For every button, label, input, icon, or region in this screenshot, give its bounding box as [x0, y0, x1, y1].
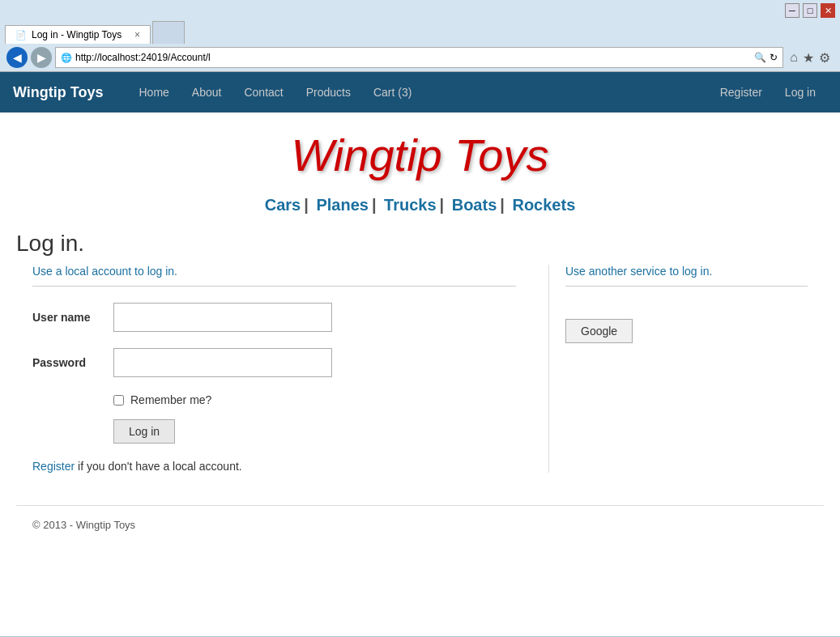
close-btn[interactable]: ✕ — [821, 3, 835, 18]
username-label: User name — [32, 311, 113, 324]
local-account-label: Use a local account to log in. — [32, 265, 516, 278]
nav-home[interactable]: Home — [128, 72, 181, 113]
category-links: Cars| Planes| Trucks| Boats| Rockets — [16, 189, 824, 231]
login-container: Use a local account to log in. User name… — [16, 265, 824, 473]
login-left: Use a local account to log in. User name… — [32, 265, 548, 473]
category-rockets[interactable]: Rockets — [512, 196, 575, 214]
page-content: Wingtip Toys Cars| Planes| Trucks| Boats… — [0, 113, 840, 560]
sep-4: | — [500, 196, 505, 214]
tab-close-btn[interactable]: × — [134, 29, 140, 40]
back-btn[interactable]: ◀ — [6, 47, 28, 68]
sep-3: | — [440, 196, 445, 214]
google-button[interactable]: Google — [565, 319, 633, 343]
register-text: if you don't have a local account. — [75, 460, 242, 473]
password-input[interactable] — [113, 348, 332, 377]
password-label: Password — [32, 356, 113, 369]
login-button[interactable]: Log in — [113, 419, 175, 444]
reload-icon[interactable]: ↻ — [770, 52, 778, 63]
username-row: User name — [32, 303, 516, 332]
nav-about[interactable]: About — [181, 72, 233, 113]
new-tab-area[interactable] — [152, 21, 185, 44]
other-service-label: Use another service to log in. — [565, 265, 808, 278]
password-row: Password — [32, 348, 516, 377]
address-box: 🌐 🔍 ↻ — [55, 47, 783, 68]
nav-contact[interactable]: Contact — [232, 72, 294, 113]
nav-register[interactable]: Register — [709, 72, 774, 113]
tab-icon: 📄 — [15, 30, 27, 40]
settings-icon[interactable]: ⚙ — [819, 50, 830, 66]
register-link[interactable]: Register — [32, 460, 75, 473]
favorites-icon[interactable]: ★ — [803, 50, 814, 66]
minimize-btn[interactable]: ─ — [785, 3, 799, 18]
category-trucks[interactable]: Trucks — [384, 196, 436, 214]
site-title: Wingtip Toys — [16, 113, 824, 189]
home-icon[interactable]: ⌂ — [790, 50, 798, 66]
left-divider — [32, 286, 516, 287]
nav-cart[interactable]: Cart (3) — [362, 72, 423, 113]
right-divider — [565, 286, 808, 287]
remember-label: Remember me? — [130, 393, 211, 406]
remember-checkbox[interactable] — [113, 395, 124, 406]
username-input[interactable] — [113, 303, 332, 332]
remember-row: Remember me? — [113, 393, 516, 406]
sep-2: | — [372, 196, 377, 214]
search-icon[interactable]: 🔍 — [754, 52, 766, 63]
category-cars[interactable]: Cars — [265, 196, 301, 214]
navbar-right: Register Log in — [709, 72, 827, 113]
login-right: Use another service to log in. Google — [548, 265, 808, 473]
nav-login[interactable]: Log in — [774, 72, 827, 113]
footer-text: © 2013 - Wingtip Toys — [32, 519, 135, 531]
nav-products[interactable]: Products — [295, 72, 362, 113]
navbar: Wingtip Toys Home About Contact Products… — [0, 72, 840, 113]
tab-title: Log in - Wingtip Toys — [32, 29, 122, 40]
register-link-row: Register if you don't have a local accou… — [32, 460, 516, 473]
navbar-brand[interactable]: Wingtip Toys — [13, 84, 104, 101]
url-icon: 🌐 — [61, 53, 72, 63]
category-boats[interactable]: Boats — [452, 196, 497, 214]
maximize-btn[interactable]: □ — [803, 3, 817, 18]
forward-btn[interactable]: ▶ — [31, 47, 52, 68]
url-input[interactable] — [75, 52, 751, 63]
webpage: Wingtip Toys Home About Contact Products… — [0, 72, 840, 636]
category-planes[interactable]: Planes — [316, 196, 368, 214]
navbar-links: Home About Contact Products Cart (3) — [128, 72, 709, 113]
footer: © 2013 - Wingtip Toys — [16, 505, 824, 544]
sep-1: | — [304, 196, 309, 214]
browser-tab[interactable]: 📄 Log in - Wingtip Toys × — [5, 25, 151, 44]
page-heading: Log in. — [16, 231, 824, 257]
